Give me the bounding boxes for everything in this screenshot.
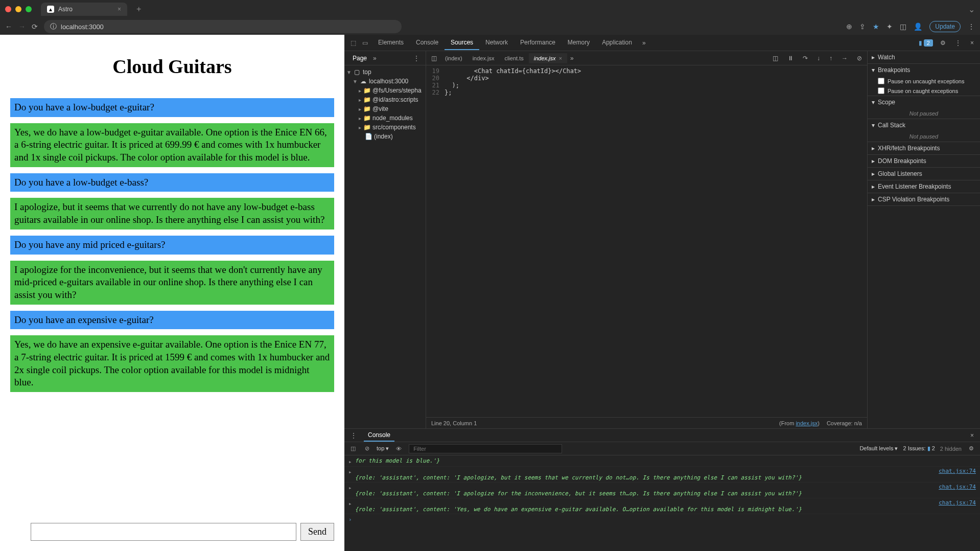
step-over-icon[interactable]: ↷ [801,53,810,64]
console-log-entry[interactable]: ▸chat.jsx:74{role: 'assistant', content:… [344,498,980,514]
url-bar[interactable]: ⓘ localhost:3000 [44,20,402,33]
uncaught-checkbox[interactable]: Pause on uncaught exceptions [868,76,980,86]
maximize-window-icon[interactable] [26,6,32,12]
console-tab[interactable]: Console [364,429,394,442]
console-log-entry[interactable]: ▸for this model is blue.'} [344,456,980,467]
tree-folder[interactable]: ▸📁@id/astro:scripts [346,95,424,104]
chevron-down-icon[interactable]: ⌄ [968,5,975,14]
page-content: Cloud Guitars Do you have a low-budget e… [0,35,344,551]
inspect-icon[interactable]: ⬚ [348,37,358,49]
kebab-icon[interactable]: ⋮ [953,37,963,49]
reload-button[interactable]: ⟳ [32,22,38,31]
close-tab-icon[interactable]: × [118,6,121,13]
extensions-icon[interactable]: ✦ [886,22,893,31]
page-subtab[interactable]: Page [348,53,371,64]
sidebar-icon[interactable]: ◫ [348,443,358,454]
bookmark-icon[interactable]: ★ [873,22,879,31]
close-devtools-icon[interactable]: × [968,37,976,49]
devtools-tab-elements[interactable]: Elements [372,36,410,50]
tree-file[interactable]: 📄(index) [346,132,424,141]
browser-tab[interactable]: ▲ Astro × [41,3,127,16]
update-button[interactable]: Update [929,21,961,32]
global-section[interactable]: ▸Global Listeners [868,168,980,180]
editor-tab[interactable]: index.jsx× [529,53,567,63]
kebab-icon[interactable]: ⋮ [348,430,359,441]
watch-section[interactable]: ▸Watch [868,51,980,63]
device-icon[interactable]: ▭ [360,37,370,49]
devtools-tab-application[interactable]: Application [596,36,638,50]
close-window-icon[interactable] [5,6,11,12]
event-section[interactable]: ▸Event Listener Breakpoints [868,180,980,193]
more-tabs-icon[interactable]: » [640,37,648,49]
breakpoints-section[interactable]: ▾Breakpoints [868,64,980,76]
devtools-tab-console[interactable]: Console [410,36,445,50]
code-line: 22}; [426,89,867,96]
editor-tabs: ◫ (index)index.jsxclient.tsindex.jsx× » … [426,51,867,65]
share-icon[interactable]: ⇪ [859,22,866,31]
editor-status-bar: Line 20, Column 1 (From index.jsx) Cover… [426,417,867,428]
caught-checkbox[interactable]: Pause on caught exceptions [868,86,980,96]
profile-icon[interactable]: 👤 [914,22,922,31]
scope-section[interactable]: ▾Scope [868,96,980,108]
issues-link[interactable]: 2 Issues: ▮ 2 [903,445,935,452]
pause-icon[interactable]: ⏸ [785,53,796,64]
devtools-tab-sources[interactable]: Sources [445,36,479,50]
forward-button[interactable]: → [18,22,26,31]
step-icon[interactable]: → [839,53,850,64]
tree-host[interactable]: ▼☁localhost:3000 [346,77,424,86]
context-selector[interactable]: top ▾ [377,445,389,452]
back-button[interactable]: ← [5,22,12,31]
step-into-icon[interactable]: ↓ [815,53,822,64]
sidepanel-icon[interactable]: ◫ [900,22,906,31]
devtools-tab-memory[interactable]: Memory [562,36,596,50]
send-button[interactable]: Send [300,523,334,541]
issues-indicator[interactable]: ▮ 2 [919,39,933,47]
levels-selector[interactable]: Default levels ▾ [859,445,898,452]
new-tab-button[interactable]: + [136,5,141,14]
chat-message-assistant: Yes, we do have an expensive e-guitar av… [10,335,334,392]
tree-folder[interactable]: ▸📁@vite [346,104,424,113]
csp-section[interactable]: ▸CSP Violation Breakpoints [868,193,980,205]
close-drawer-icon[interactable]: × [968,430,976,441]
console-panel: ⋮ Console × ◫ ⊘ top ▾ 👁 Default levels ▾… [344,428,980,551]
callstack-section[interactable]: ▾Call Stack [868,119,980,131]
console-log-entry[interactable]: ▸chat.jsx:74{role: 'assistant', content:… [344,483,980,498]
more-subtabs-icon[interactable]: » [371,53,379,64]
devtools-tab-network[interactable]: Network [479,36,514,50]
tab-title: Astro [58,6,73,13]
tree-folder[interactable]: ▸📁node_modules [346,113,424,123]
console-settings-icon[interactable]: ⚙ [967,443,976,454]
live-expr-icon[interactable]: 👁 [394,444,404,454]
editor-tab[interactable]: client.ts [499,53,528,63]
chat-message-assistant: I apologize for the inconvenience, but i… [10,261,334,305]
chat-input[interactable] [31,523,296,541]
tree-top[interactable]: ▼▢top [346,67,424,77]
menu-icon[interactable]: ⋮ [968,22,975,31]
console-filter-input[interactable] [409,444,562,453]
deactivate-bp-icon[interactable]: ⊘ [855,53,864,64]
more-editor-tabs-icon[interactable]: » [568,53,576,64]
minimize-window-icon[interactable] [15,6,21,12]
code-editor[interactable]: 19 <Chat chatId={chatId}></Chat>20 </div… [426,65,867,417]
console-log-entry[interactable]: ▸chat.jsx:74{role: 'assistant', content:… [344,467,980,483]
devtools-tab-performance[interactable]: Performance [514,36,562,50]
browser-chrome: ▲ Astro × + ⌄ ← → ⟳ ⓘ localhost:3000 ⊕ ⇪… [0,0,980,35]
coverage-status: Coverage: n/a [827,420,862,426]
editor-tab[interactable]: (index) [440,53,468,63]
editor-tab[interactable]: index.jsx [468,53,500,63]
step-out-icon[interactable]: ↑ [827,53,834,64]
xhr-section[interactable]: ▸XHR/fetch Breakpoints [868,142,980,154]
console-toolbar: ◫ ⊘ top ▾ 👁 Default levels ▾ 2 Issues: ▮… [344,442,980,455]
sidebar-toggle-icon[interactable]: ◫ [771,53,780,64]
search-icon[interactable]: ⊕ [846,22,852,31]
tree-folder[interactable]: ▸📁src/components [346,123,424,132]
nav-icon[interactable]: ◫ [429,53,439,64]
dom-bp-section[interactable]: ▸DOM Breakpoints [868,155,980,167]
tree-folder[interactable]: ▸📁@fs/Users/stepha [346,86,424,95]
settings-icon[interactable]: ⚙ [938,37,948,49]
source-from: (From index.jsx) [779,420,820,426]
console-prompt[interactable]: › [344,514,980,525]
kebab-icon[interactable]: ⋮ [411,53,422,64]
navbar: ← → ⟳ ⓘ localhost:3000 ⊕ ⇪ ★ ✦ ◫ 👤 Updat… [0,18,980,35]
clear-console-icon[interactable]: ⊘ [363,443,371,454]
